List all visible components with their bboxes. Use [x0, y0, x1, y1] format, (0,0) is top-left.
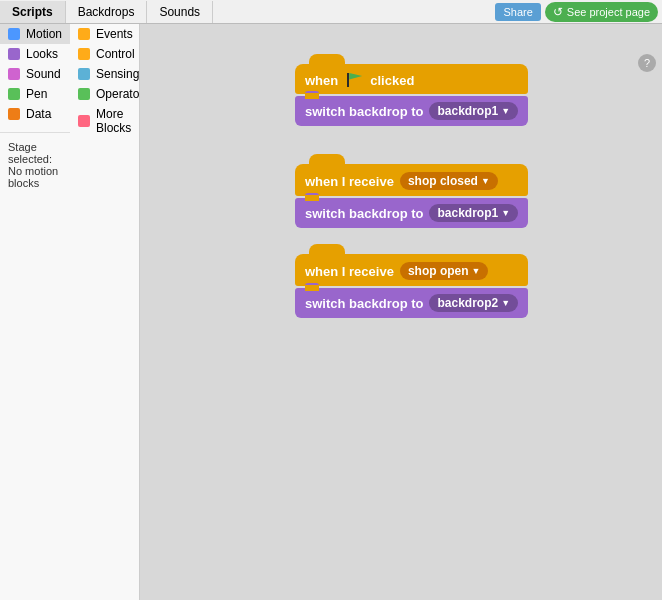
- help-button[interactable]: ?: [638, 54, 656, 72]
- sidebar-item-motion[interactable]: Motion: [0, 24, 70, 44]
- color-dot-pen: [8, 88, 20, 100]
- sidebar-item-events[interactable]: Events: [70, 24, 140, 44]
- tab-backdrops[interactable]: Backdrops: [66, 1, 148, 23]
- category-label-data: Data: [26, 107, 51, 121]
- category-label-events: Events: [96, 27, 133, 41]
- switch-backdrop-label-3: switch backdrop to: [305, 296, 423, 311]
- command-block-3[interactable]: switch backdrop to backdrop2 ▼: [295, 288, 528, 318]
- flag-icon: [344, 72, 364, 88]
- color-dot-looks: [8, 48, 20, 60]
- script-area: ? when clicked switch backdrop to backdr…: [140, 24, 662, 600]
- tab-sounds[interactable]: Sounds: [147, 1, 213, 23]
- color-dot-sensing: [78, 68, 90, 80]
- color-dot-operators: [78, 88, 90, 100]
- when-label-1: when: [305, 73, 338, 88]
- see-project-button[interactable]: ↺ See project page: [545, 2, 658, 22]
- when-receive-label-2: when I receive: [305, 174, 394, 189]
- sidebar-item-operators[interactable]: Operators: [70, 84, 140, 104]
- category-label-looks: Looks: [26, 47, 58, 61]
- sidebar-item-pen[interactable]: Pen: [0, 84, 70, 104]
- backdrop-value-3[interactable]: backdrop2 ▼: [429, 294, 518, 312]
- stage-note: No motion blocks: [8, 165, 62, 189]
- switch-backdrop-label-2: switch backdrop to: [305, 206, 423, 221]
- hat-block-3[interactable]: when I receive shop open ▼: [295, 254, 528, 286]
- tab-scripts[interactable]: Scripts: [0, 1, 66, 23]
- color-dot-control: [78, 48, 90, 60]
- category-label-sensing: Sensing: [96, 67, 139, 81]
- share-button[interactable]: Share: [495, 3, 540, 21]
- block-group-3: when I receive shop open ▼ switch backdr…: [295, 254, 528, 320]
- block-group-2: when I receive shop closed ▼ switch back…: [295, 164, 528, 230]
- refresh-icon: ↺: [553, 5, 563, 19]
- category-label-control: Control: [96, 47, 135, 61]
- category-label-pen: Pen: [26, 87, 47, 101]
- dropdown-arrow-3: ▼: [501, 208, 510, 218]
- color-dot-sound: [8, 68, 20, 80]
- sidebar-item-sensing[interactable]: Sensing: [70, 64, 140, 84]
- sidebar-item-looks[interactable]: Looks: [0, 44, 70, 64]
- category-label-motion: Motion: [26, 27, 62, 41]
- color-dot-data: [8, 108, 20, 120]
- color-dot-events: [78, 28, 90, 40]
- receive-value-2[interactable]: shop closed ▼: [400, 172, 498, 190]
- switch-backdrop-label-1: switch backdrop to: [305, 104, 423, 119]
- dropdown-arrow-5: ▼: [501, 298, 510, 308]
- command-block-1[interactable]: switch backdrop to backdrop1 ▼: [295, 96, 528, 126]
- hat-block-1[interactable]: when clicked: [295, 64, 528, 94]
- sidebar-item-data[interactable]: Data: [0, 104, 70, 124]
- sidebar-item-control[interactable]: Control: [70, 44, 140, 64]
- hat-block-2[interactable]: when I receive shop closed ▼: [295, 164, 528, 196]
- color-dot-more_blocks: [78, 115, 90, 127]
- backdrop-value-1[interactable]: backdrop1 ▼: [429, 102, 518, 120]
- sidebar-item-sound[interactable]: Sound: [0, 64, 70, 84]
- stage-label: Stage selected:: [8, 141, 62, 165]
- sidebar-item-more_blocks[interactable]: More Blocks: [70, 104, 140, 138]
- color-dot-motion: [8, 28, 20, 40]
- clicked-label-1: clicked: [370, 73, 414, 88]
- dropdown-arrow-4: ▼: [472, 266, 481, 276]
- category-label-more_blocks: More Blocks: [96, 107, 132, 135]
- receive-value-3[interactable]: shop open ▼: [400, 262, 489, 280]
- when-receive-label-3: when I receive: [305, 264, 394, 279]
- dropdown-arrow-2: ▼: [481, 176, 490, 186]
- category-label-sound: Sound: [26, 67, 61, 81]
- block-group-1: when clicked switch backdrop to backdrop…: [295, 64, 528, 128]
- dropdown-arrow-1: ▼: [501, 106, 510, 116]
- backdrop-value-2[interactable]: backdrop1 ▼: [429, 204, 518, 222]
- command-block-2[interactable]: switch backdrop to backdrop1 ▼: [295, 198, 528, 228]
